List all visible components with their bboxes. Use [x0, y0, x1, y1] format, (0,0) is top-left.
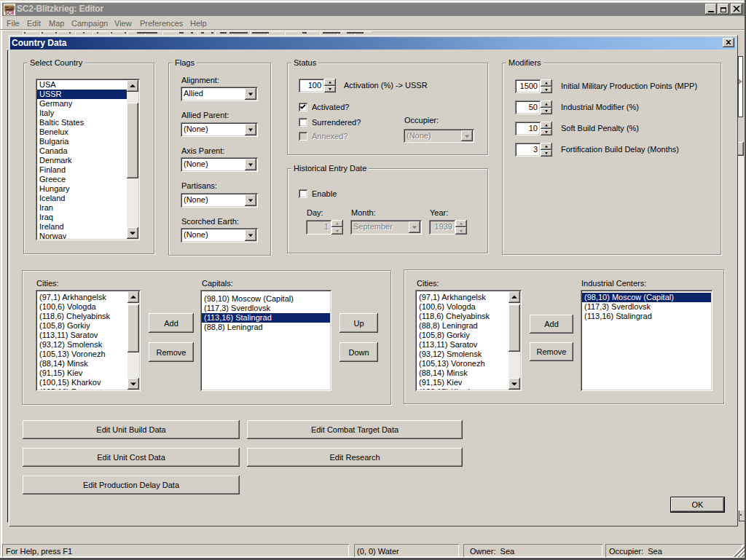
svg-text:SCII: SCII [5, 10, 15, 15]
